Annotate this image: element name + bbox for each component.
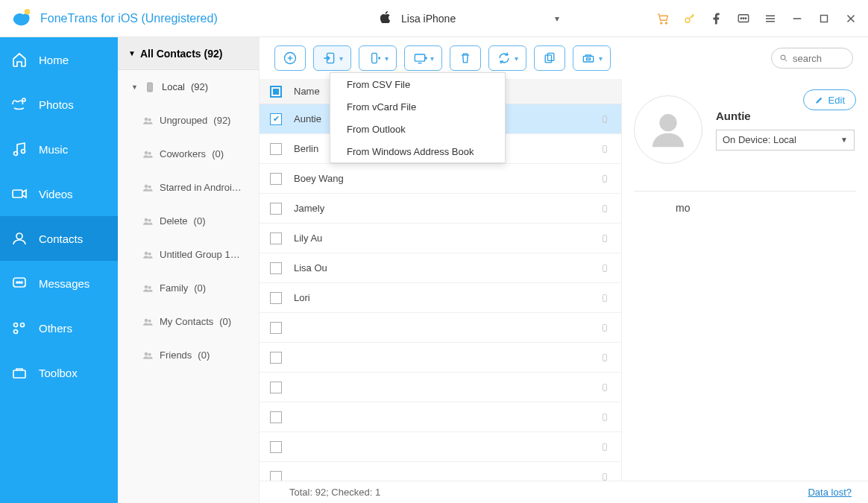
group-label: Delete [160,215,188,227]
row-checkbox[interactable] [270,262,282,274]
export-to-device-button[interactable]: ▾ [359,45,397,71]
search-box[interactable] [771,48,853,69]
search-input[interactable] [793,53,845,64]
data-lost-link[interactable]: Data lost? [808,487,852,498]
contact-name: Boey Wang [294,173,588,184]
refresh-button[interactable]: ▾ [488,45,526,71]
phone-icon [600,113,611,126]
contact-row[interactable] [260,432,621,462]
dropdown-item[interactable]: From Outlook [330,118,505,140]
phone-icon [600,262,611,275]
row-checkbox[interactable] [270,143,282,155]
group-device[interactable]: ▼ Local (92) [118,70,259,104]
device-selector[interactable]: Lisa iPhone ▾ [373,7,567,30]
row-checkbox[interactable] [270,471,282,481]
contact-row[interactable] [260,343,621,373]
group-label: Family [160,282,188,294]
group-item[interactable]: Family (0) [118,271,259,305]
contact-row[interactable]: Boey Wang [260,164,621,194]
svg-point-0 [25,8,31,14]
group-item[interactable]: Delete (0) [118,204,259,238]
svg-point-37 [148,218,151,221]
row-checkbox[interactable] [270,441,282,453]
group-label: Friends [160,349,192,361]
dropdown-item[interactable]: From Windows Address Book [330,140,505,162]
sidebar-item-others[interactable]: Others [0,306,118,350]
import-button[interactable]: ▾ [313,45,351,71]
row-checkbox[interactable] [270,352,282,364]
svg-point-45 [148,352,151,355]
sidebar-item-home[interactable]: Home [0,37,118,82]
groups-header[interactable]: ▼ All Contacts (92) [118,37,259,70]
sidebar-item-label: Toolbox [39,367,78,379]
dropdown-item[interactable]: From CSV File [330,73,505,95]
group-item[interactable]: My Contacts (0) [118,305,259,338]
key-icon[interactable] [683,12,696,25]
on-device-dropdown[interactable]: On Device: Local ▼ [716,130,855,151]
edit-label: Edit [828,95,845,106]
delete-button[interactable] [450,45,481,71]
group-item[interactable]: Starred in Androi… [118,171,259,204]
sidebar-item-photos[interactable]: Photos [0,82,118,127]
edit-button[interactable]: Edit [803,89,856,110]
contact-row[interactable]: Lisa Ou [260,253,621,283]
phone-icon [600,351,611,364]
menu-icon[interactable] [764,12,777,25]
row-checkbox[interactable] [270,292,282,304]
close-icon[interactable] [844,12,858,25]
row-checkbox[interactable] [270,173,282,185]
header-checkbox[interactable] [270,86,282,98]
contact-name: Auntie [716,110,855,122]
contact-row[interactable]: Lily Au [260,224,621,253]
triangle-down-icon: ▼ [131,83,138,91]
contact-row[interactable] [260,462,621,481]
contact-row[interactable]: Lori [260,283,621,313]
sidebar-item-videos[interactable]: Videos [0,171,118,216]
svg-rect-12 [821,15,828,22]
contact-row[interactable] [260,402,621,432]
export-to-pc-button[interactable]: ▾ [404,45,442,71]
svg-point-70 [605,270,606,271]
phone-icon [600,232,611,245]
svg-point-72 [605,300,606,300]
feedback-icon[interactable] [737,12,750,25]
sidebar-item-contacts[interactable]: Contacts [0,216,118,261]
on-device-label: On Device: Local [723,134,796,145]
svg-point-68 [605,240,606,241]
sidebar-item-music[interactable]: Music [0,127,118,171]
contact-row[interactable]: Jamely [260,194,621,224]
contact-row[interactable] [260,373,621,402]
svg-point-84 [605,478,606,479]
row-checkbox[interactable] [270,322,282,334]
sidebar-item-toolbox[interactable]: Toolbox [0,350,118,395]
cart-icon[interactable] [656,12,670,25]
contacts-icon [10,230,28,247]
group-item[interactable]: Coworkers (0) [118,137,259,171]
add-button[interactable] [274,45,306,71]
group-item[interactable]: Untitled Group 1… [118,238,259,271]
svg-rect-27 [13,370,25,378]
dropdown-item[interactable]: From vCard File [330,95,505,118]
facebook-icon[interactable] [710,12,723,25]
svg-point-42 [145,318,148,322]
row-checkbox[interactable] [270,382,282,393]
backup-button[interactable]: ▾ [573,45,611,71]
dedupe-button[interactable] [534,45,565,71]
phone-icon [600,202,611,215]
row-checkbox[interactable] [270,411,282,423]
svg-point-25 [21,323,25,327]
sidebar-item-label: Contacts [39,232,83,245]
row-checkbox[interactable] [270,113,282,125]
row-checkbox[interactable] [270,232,282,244]
minimize-icon[interactable] [790,12,804,25]
sidebar-item-messages[interactable]: Messages [0,261,118,306]
titlebar-actions [656,12,858,25]
svg-point-26 [14,330,18,334]
contact-row[interactable] [260,313,621,343]
group-item[interactable]: Friends (0) [118,338,259,372]
group-item[interactable]: Ungrouped (92) [118,104,259,137]
row-checkbox[interactable] [270,203,282,215]
maximize-icon[interactable] [817,12,831,25]
photos-icon [10,95,28,113]
svg-point-2 [666,22,667,24]
